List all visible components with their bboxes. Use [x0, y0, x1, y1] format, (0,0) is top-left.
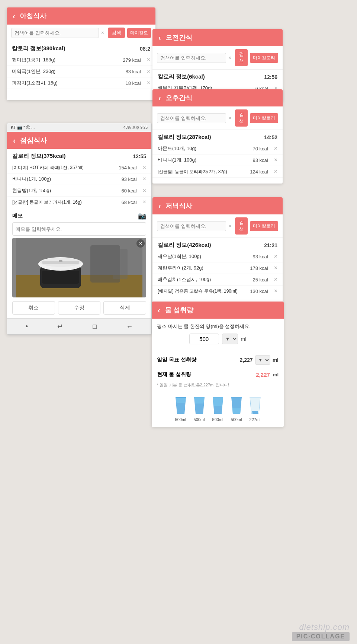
lunch-food-name-1: 바나나(1개, 100g): [12, 176, 51, 182]
dinner-food-name-0: 새우날(1회분, 100g): [158, 253, 201, 260]
water-glass-2[interactable]: 500ml: [210, 395, 225, 422]
dinner-food-remove-3[interactable]: ×: [274, 288, 277, 294]
dinner-food-kcal-0: 93 kcal: [253, 254, 268, 259]
breakfast-food-remove-1[interactable]: ×: [147, 68, 150, 75]
afternoon-snack-header: ‹ 오후간식: [152, 89, 283, 106]
water-amount-unit: ml: [241, 336, 247, 342]
dinner-search-input[interactable]: [157, 221, 226, 231]
morning-snack-calorie-summary: 칼로리 정보(6kcal) 12:56: [152, 70, 283, 83]
afternoon-snack-search-clear-icon[interactable]: ×: [228, 115, 231, 121]
lunch-food-remove-0[interactable]: ×: [143, 164, 146, 171]
breakfast-title: 아침식사: [20, 12, 46, 20]
morning-snack-back-icon[interactable]: ‹: [158, 34, 161, 42]
lunch-coffee-photo: [12, 238, 146, 297]
watermark-dietship: dietship.com: [292, 622, 350, 632]
lunch-nav-back-icon[interactable]: ←: [126, 323, 133, 331]
dinner-food-kcal-1: 178 kcal: [250, 265, 268, 271]
afternoon-snack-mycal-button[interactable]: 마이칼로리: [250, 113, 278, 123]
lunch-nav-square-icon[interactable]: □: [93, 323, 97, 331]
water-glass-icon-1: [192, 395, 207, 416]
dinner-food-remove-0[interactable]: ×: [274, 253, 277, 260]
dinner-food-remove-1[interactable]: ×: [274, 265, 277, 271]
dinner-food-kcal-3: 130 kcal: [250, 288, 268, 294]
breakfast-calorie-label: 칼로리 정보(380kcal): [12, 45, 65, 52]
morning-snack-calorie-time: 12:56: [264, 74, 277, 80]
breakfast-search-button[interactable]: 검색: [108, 28, 125, 38]
water-amount-input[interactable]: [189, 334, 219, 344]
dinner-calorie-summary: 칼로리 정보(426kcal) 21:21: [152, 238, 283, 251]
afternoon-snack-food-name-0: 아몬드(10개, 10g): [158, 145, 196, 152]
morning-snack-search-button[interactable]: 검색: [235, 49, 248, 66]
dinner-title: 저녁식사: [165, 201, 192, 210]
lunch-delete-button[interactable]: 삭제: [103, 301, 146, 315]
water-glass-label-0: 500ml: [175, 417, 186, 422]
afternoon-snack-search-input[interactable]: [157, 113, 226, 123]
watermark: dietship.com PIC·COLLAGE: [292, 622, 350, 641]
breakfast-food-remove-2[interactable]: ×: [147, 80, 150, 86]
lunch-memo-section: 메모 📷: [7, 208, 151, 238]
lunch-camera-icon[interactable]: 📷: [138, 212, 146, 220]
lunch-title: 점심식사: [20, 136, 47, 145]
water-dropdown[interactable]: ▼: [222, 334, 238, 344]
watermark-piccollage: PIC·COLLAGE: [292, 632, 350, 641]
afternoon-snack-food-remove-1[interactable]: ×: [274, 157, 277, 163]
morning-snack-search-clear-icon[interactable]: ×: [228, 55, 231, 61]
afternoon-snack-food-row-0: 아몬드(10개, 10g) 70 kcal ×: [152, 143, 283, 154]
morning-snack-search-input[interactable]: [157, 53, 226, 63]
lunch-calorie-time: 12:55: [133, 153, 146, 159]
dinner-mycal-button[interactable]: 마이칼로리: [250, 221, 278, 231]
water-glass-icon-3: [229, 395, 244, 416]
lunch-edit-button[interactable]: 수정: [58, 301, 101, 315]
lunch-nav-return-icon[interactable]: ↵: [57, 322, 63, 331]
water-goal-dropdown[interactable]: ▼: [255, 355, 270, 365]
lunch-food-remove-1[interactable]: ×: [143, 176, 146, 182]
breakfast-search-clear-icon[interactable]: ×: [101, 30, 104, 36]
morning-snack-calorie-label: 칼로리 정보(6kcal): [158, 73, 205, 80]
afternoon-snack-food-name-1: 바나나(1개, 100g): [158, 157, 196, 163]
lunch-nav-dot-icon[interactable]: •: [26, 323, 28, 331]
breakfast-food-remove-0[interactable]: ×: [147, 57, 150, 63]
lunch-calorie-label: 칼로리 정보(375kcal): [12, 153, 65, 160]
lunch-food-remove-3[interactable]: ×: [143, 199, 146, 205]
water-glass-icon-2: [210, 395, 225, 416]
breakfast-food-kcal-0: 279 kcal: [123, 57, 141, 63]
lunch-back-icon[interactable]: ‹: [13, 136, 16, 145]
lunch-photo-remove-icon[interactable]: ×: [136, 239, 145, 248]
water-glass-4[interactable]: 227ml: [248, 395, 263, 422]
water-back-icon[interactable]: ‹: [158, 306, 160, 315]
dinner-search-clear-icon[interactable]: ×: [228, 223, 231, 229]
breakfast-back-icon[interactable]: ‹: [13, 12, 15, 20]
afternoon-snack-calorie-label: 칼로리 정보(287kcal): [158, 134, 211, 141]
water-goal-value: 2,227: [240, 357, 253, 363]
breakfast-panel: ‹ 아침식사 × 검색 마이칼로 칼로리 정보(380kcal) 08:2 현미…: [7, 7, 155, 100]
afternoon-snack-food-kcal-2: 124 kcal: [250, 169, 268, 175]
water-glass-3[interactable]: 500ml: [229, 395, 244, 422]
svg-rect-10: [113, 249, 128, 279]
lunch-food-kcal-1: 93 kcal: [121, 176, 136, 182]
lunch-photo-area: ×: [12, 238, 146, 297]
afternoon-snack-food-kcal-1: 93 kcal: [253, 157, 268, 163]
lunch-cancel-button[interactable]: 취소: [12, 301, 55, 315]
afternoon-snack-food-remove-2[interactable]: ×: [274, 168, 277, 175]
dinner-back-icon[interactable]: ‹: [158, 202, 161, 210]
breakfast-mycal-button[interactable]: 마이칼로: [127, 28, 151, 38]
afternoon-snack-food-remove-0[interactable]: ×: [274, 145, 277, 152]
water-glass-1[interactable]: 500ml: [192, 395, 207, 422]
morning-snack-search-bar: × 검색 마이칼로리: [152, 46, 283, 70]
afternoon-snack-back-icon[interactable]: ‹: [158, 94, 161, 102]
lunch-food-row-0: [이디야] HOT 카페 라떼(1잔, 357ml) 154 kcal ×: [7, 162, 151, 173]
water-current-label: 현재 물 섭취량: [157, 371, 191, 378]
dinner-search-button[interactable]: 검색: [235, 217, 248, 235]
lunch-memo-input[interactable]: [12, 222, 146, 236]
water-glass-0[interactable]: 500ml: [173, 395, 188, 422]
dinner-food-remove-2[interactable]: ×: [274, 276, 277, 283]
lunch-food-row-1: 바나나(1개, 100g) 93 kcal ×: [7, 173, 151, 185]
dinner-food-row-3: [베지밀] 검은콩 고칼슘 두유(1팩, 190ml) 130 kcal ×: [152, 286, 283, 297]
svg-rect-8: [42, 271, 79, 284]
breakfast-search-input[interactable]: [11, 28, 99, 38]
afternoon-snack-search-button[interactable]: 검색: [235, 109, 248, 127]
breakfast-search-bar: × 검색 마이칼로: [7, 25, 155, 41]
lunch-food-row-3: [선글팜] 동글이 보리과자(1개, 16g) 68 kcal ×: [7, 197, 151, 208]
morning-snack-mycal-button[interactable]: 마이칼로리: [250, 53, 278, 63]
lunch-food-remove-2[interactable]: ×: [143, 187, 146, 194]
